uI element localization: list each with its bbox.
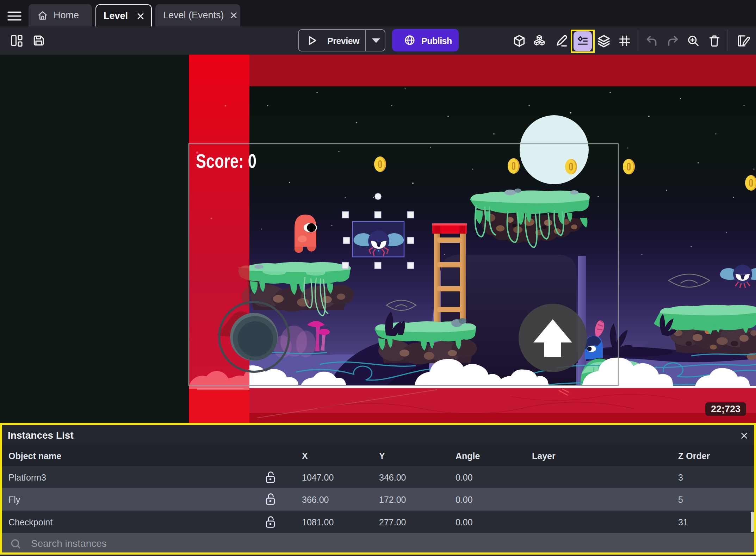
svg-text:Score: 0: Score: 0 (196, 150, 256, 172)
svg-text:22;723: 22;723 (711, 404, 740, 414)
